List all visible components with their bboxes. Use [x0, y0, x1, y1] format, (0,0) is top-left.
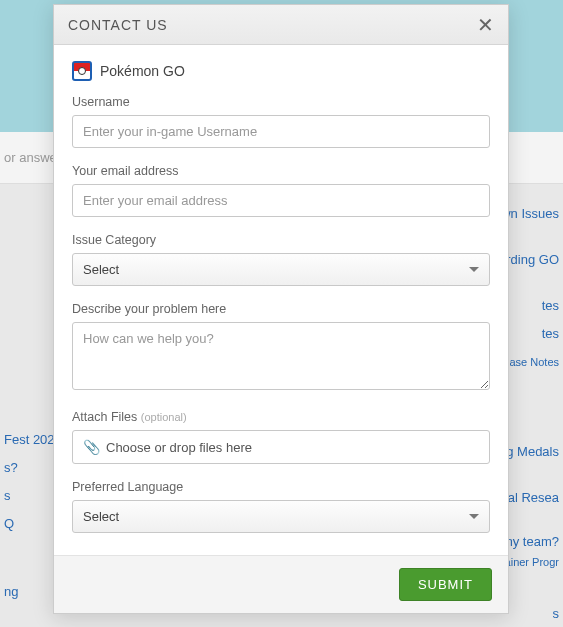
username-input[interactable] — [72, 115, 490, 148]
modal-title: CONTACT US — [68, 17, 168, 33]
describe-label: Describe your problem here — [72, 302, 490, 316]
app-name: Pokémon GO — [100, 63, 185, 79]
attach-dropzone[interactable]: 📎 Choose or drop files here — [72, 430, 490, 464]
modal-header: CONTACT US ✕ — [54, 5, 508, 45]
submit-button[interactable]: SUBMIT — [399, 568, 492, 601]
attach-label: Attach Files (optional) — [72, 410, 490, 424]
app-row: Pokémon GO — [72, 61, 490, 81]
chevron-down-icon — [469, 514, 479, 519]
modal-footer: SUBMIT — [54, 555, 508, 613]
contact-modal: CONTACT US ✕ Pokémon GO Username Your em… — [53, 4, 509, 614]
username-label: Username — [72, 95, 490, 109]
category-select[interactable]: Select — [72, 253, 490, 286]
category-label: Issue Category — [72, 233, 490, 247]
pokeball-icon — [72, 61, 92, 81]
language-label: Preferred Language — [72, 480, 490, 494]
chevron-down-icon — [469, 267, 479, 272]
close-icon[interactable]: ✕ — [477, 15, 494, 35]
language-select[interactable]: Select — [72, 500, 490, 533]
paperclip-icon: 📎 — [83, 439, 100, 455]
describe-textarea[interactable] — [72, 322, 490, 390]
email-input[interactable] — [72, 184, 490, 217]
email-label: Your email address — [72, 164, 490, 178]
